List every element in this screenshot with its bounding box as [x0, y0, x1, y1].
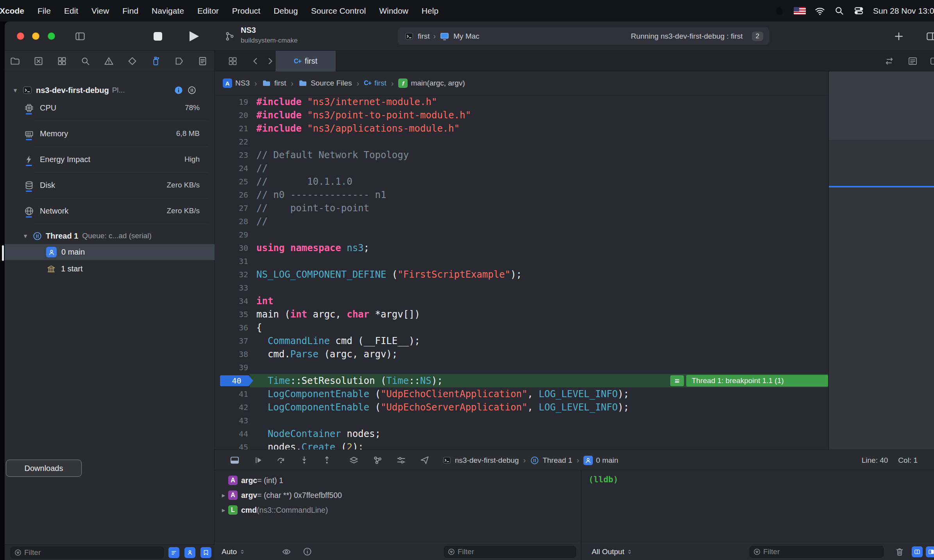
line-number[interactable]: 35	[215, 308, 250, 321]
spotlight-search-icon[interactable]	[834, 5, 845, 16]
line-number[interactable]: 28	[215, 215, 250, 228]
line-number[interactable]: 20	[215, 109, 250, 122]
line-number[interactable]: 32	[215, 268, 250, 281]
scheme-name[interactable]: NS3	[241, 26, 256, 35]
line-number[interactable]: 22	[215, 135, 250, 148]
line-number[interactable]: 43	[215, 414, 250, 427]
issue-navigator-icon[interactable]	[104, 56, 114, 66]
variables-filter-field[interactable]	[444, 546, 576, 558]
line-number[interactable]: 41	[215, 387, 250, 401]
menu-product[interactable]: Product	[225, 6, 267, 16]
line-number[interactable]: 42	[215, 401, 250, 414]
menu-debug[interactable]: Debug	[267, 6, 304, 16]
zoom-button[interactable]	[48, 32, 55, 40]
process-info-icon[interactable]	[174, 86, 183, 95]
process-pause-icon[interactable]	[187, 86, 197, 95]
variable-row-cmd[interactable]: ▸Lcmd (ns3::CommandLine)	[220, 503, 328, 517]
close-button[interactable]	[17, 32, 24, 40]
process-row[interactable]: ▾ ns3-dev-first-debug Pl...	[12, 83, 125, 97]
console-pane-toggle-left[interactable]	[912, 546, 923, 557]
gauge-row-network[interactable]: NetworkZero KB/s	[5, 204, 215, 218]
input-source-flag-icon[interactable]	[794, 7, 806, 15]
menu-find[interactable]: Find	[116, 6, 145, 16]
back-chevron-icon[interactable]	[250, 56, 261, 66]
chevron-down-icon[interactable]: ▾	[12, 86, 19, 95]
run-button[interactable]	[190, 31, 199, 41]
variable-row-argv[interactable]: ▸Aargv = (char **) 0x7ffeefbff500	[220, 488, 342, 503]
line-number[interactable]: 19	[215, 95, 250, 109]
activity-status-pill[interactable]: first › My Mac Running ns3-dev-first-deb…	[398, 27, 769, 45]
sidebar-filter-field[interactable]	[11, 547, 164, 558]
console-pane-toggle-right[interactable]	[926, 546, 934, 557]
variable-row-argc[interactable]: Aargc = (int) 1	[220, 473, 283, 488]
editor-options-icon[interactable]	[907, 56, 918, 66]
line-number[interactable]: 34	[215, 294, 250, 308]
step-over-button[interactable]	[276, 455, 286, 465]
test-navigator-icon[interactable]	[127, 56, 138, 66]
control-center-icon[interactable]	[853, 5, 864, 16]
report-navigator-icon[interactable]	[197, 56, 208, 66]
line-number[interactable]: 30	[215, 241, 250, 255]
line-number[interactable]: 37	[215, 334, 250, 348]
line-number[interactable]: 36	[215, 321, 250, 334]
menu-window[interactable]: Window	[372, 6, 415, 16]
minimize-button[interactable]	[32, 32, 39, 40]
status-issue-badge[interactable]: 2	[752, 32, 763, 41]
menu-navigate[interactable]: Navigate	[145, 6, 191, 16]
toggle-navigator-icon[interactable]	[74, 30, 86, 42]
menu-help[interactable]: Help	[415, 6, 445, 16]
line-number[interactable]: 27	[215, 202, 250, 215]
menu-edit[interactable]: Edit	[57, 6, 85, 16]
stack-frame-0-main[interactable]: 0 main	[5, 244, 215, 260]
stack-frame-1-start[interactable]: 1 start	[5, 261, 215, 277]
wifi-icon[interactable]	[814, 5, 825, 16]
line-number[interactable]: 23	[215, 148, 250, 162]
scheme-subtitle[interactable]: buildsystem-cmake	[241, 37, 298, 45]
console-filter-input[interactable]	[763, 548, 880, 556]
debug-breadcrumb-thread-1[interactable]: Thread 1	[530, 456, 572, 465]
symbol-navigator-icon[interactable]	[57, 56, 67, 66]
library-add-icon[interactable]	[893, 30, 905, 42]
add-editor-icon[interactable]	[929, 56, 934, 66]
debug-memory-graph-button[interactable]	[372, 455, 383, 465]
sidebar-filter-input[interactable]	[24, 548, 160, 557]
minimap-visible-region[interactable]	[829, 71, 934, 140]
downloads-button[interactable]: Downloads	[6, 460, 82, 477]
line-number[interactable]: 39	[215, 361, 250, 374]
gauge-row-cpu[interactable]: CPU78%	[5, 101, 215, 115]
gauge-row-memory[interactable]: Memory6,8 MB	[5, 127, 215, 141]
line-number[interactable]: 44	[215, 427, 250, 441]
code-review-icon[interactable]	[884, 56, 895, 66]
stop-button[interactable]	[154, 32, 162, 41]
line-number[interactable]: 29	[215, 228, 250, 241]
debug-navigator-icon[interactable]	[150, 56, 161, 66]
disclosure-triangle-icon[interactable]: ▸	[220, 491, 227, 499]
debug-breadcrumb-0-main[interactable]: 0 main	[583, 456, 618, 465]
source-editor[interactable]: 19#include "ns3/internet-module.h"20#inc…	[215, 95, 828, 449]
menu-xcode[interactable]: Xcode	[0, 6, 31, 16]
simulate-location-button[interactable]	[419, 455, 430, 465]
line-number[interactable]: 24	[215, 162, 250, 175]
breakpoint-navigator-icon[interactable]	[174, 56, 184, 66]
tab-overview-icon[interactable]	[227, 56, 238, 66]
gauge-row-disk[interactable]: DiskZero KB/s	[5, 178, 215, 192]
hide-debug-area-button[interactable]	[229, 455, 240, 465]
console-filter-field[interactable]	[750, 546, 884, 558]
step-into-button[interactable]	[299, 455, 310, 465]
debug-breadcrumb-ns3-dev-first-debug[interactable]: ns3-dev-first-debug	[442, 455, 519, 465]
step-out-button[interactable]	[322, 455, 332, 465]
menu-source-control[interactable]: Source Control	[304, 6, 372, 16]
chevron-down-icon[interactable]: ▾	[22, 232, 29, 240]
menu-view[interactable]: View	[85, 6, 116, 16]
disclosure-triangle-icon[interactable]: ▸	[220, 506, 227, 514]
line-number[interactable]: 45	[215, 441, 250, 449]
find-navigator-icon[interactable]	[80, 56, 91, 66]
breakpoint-indicator[interactable]: 40	[220, 375, 253, 386]
clear-console-trash-icon[interactable]	[895, 547, 905, 557]
tab-first[interactable]: C+ first	[275, 51, 336, 71]
continue-button[interactable]	[253, 455, 264, 465]
line-number[interactable]: 33	[215, 281, 250, 294]
line-number[interactable]: 31	[215, 255, 250, 268]
line-number[interactable]: 25	[215, 175, 250, 188]
quick-look-eye-icon[interactable]	[281, 547, 292, 557]
